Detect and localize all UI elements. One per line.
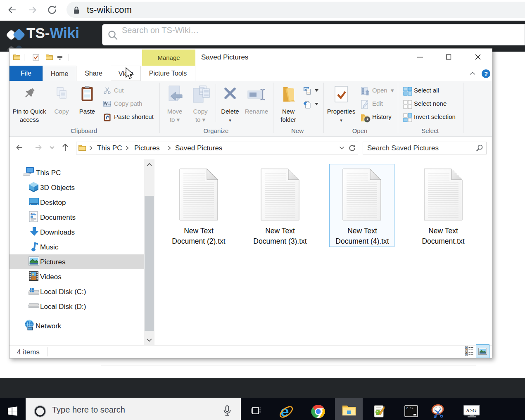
svg-text:C:\>: C:\> (406, 407, 413, 410)
svg-text:S>G: S>G (466, 407, 477, 413)
